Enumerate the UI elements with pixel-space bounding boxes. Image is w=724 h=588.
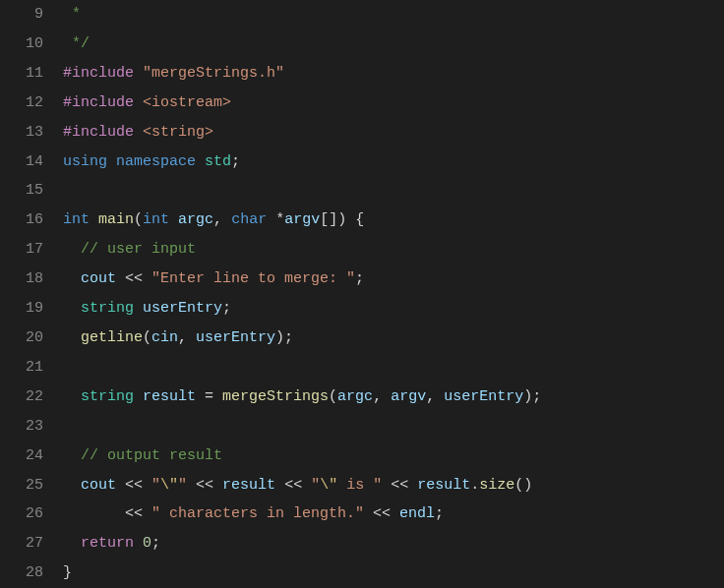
line-number: 12 bbox=[12, 88, 43, 118]
token-plain bbox=[134, 94, 143, 111]
line-number: 26 bbox=[12, 500, 43, 529]
token-comment: // output result bbox=[81, 447, 222, 464]
token-variable: argc bbox=[337, 388, 373, 405]
code-line[interactable]: using namespace std; bbox=[63, 147, 724, 177]
token-punct: ; bbox=[355, 270, 364, 287]
token-function: main bbox=[98, 211, 134, 228]
code-line[interactable]: #include <string> bbox=[63, 118, 724, 147]
token-punct: , bbox=[426, 388, 444, 405]
token-plain bbox=[63, 388, 81, 405]
code-line[interactable]: string result = mergeStrings(argc, argv,… bbox=[63, 382, 724, 412]
token-plain bbox=[63, 241, 81, 258]
line-number: 9 bbox=[12, 0, 43, 29]
token-keyword-ctrl: return bbox=[81, 535, 134, 552]
token-string: "Enter line to merge: " bbox=[151, 270, 355, 287]
token-plain bbox=[134, 65, 143, 82]
line-number: 16 bbox=[12, 206, 43, 235]
token-plain bbox=[90, 211, 98, 228]
code-line[interactable] bbox=[63, 176, 724, 206]
token-comment: * bbox=[72, 6, 81, 23]
token-function: size bbox=[479, 477, 514, 494]
code-line[interactable]: // output result bbox=[63, 441, 724, 471]
token-operator: << bbox=[187, 477, 222, 494]
token-punct: ; bbox=[231, 153, 240, 170]
code-line[interactable] bbox=[63, 353, 724, 382]
token-operator: << bbox=[275, 477, 311, 494]
token-plain bbox=[63, 35, 72, 52]
token-variable: cout bbox=[81, 477, 116, 494]
token-operator: << bbox=[116, 270, 151, 287]
token-variable: endl bbox=[399, 505, 435, 522]
token-variable: result bbox=[417, 477, 470, 494]
token-punct: ); bbox=[523, 388, 541, 405]
code-line[interactable] bbox=[63, 412, 724, 441]
code-line[interactable]: * bbox=[63, 0, 724, 29]
token-variable: argv bbox=[391, 388, 426, 405]
token-namespace: string bbox=[81, 300, 143, 317]
token-plain bbox=[63, 6, 72, 23]
token-punct: . bbox=[470, 477, 479, 494]
token-plain bbox=[134, 535, 143, 552]
line-number: 27 bbox=[12, 529, 43, 559]
token-keyword-ctrl: #include bbox=[63, 94, 134, 111]
token-punct: () bbox=[514, 477, 532, 494]
token-punct: , bbox=[213, 211, 231, 228]
token-string: <iostream> bbox=[143, 94, 231, 111]
token-plain bbox=[196, 153, 205, 170]
token-keyword-type: int bbox=[143, 211, 169, 228]
line-number: 13 bbox=[12, 118, 43, 147]
token-variable: userEntry bbox=[444, 388, 523, 405]
token-punct: []) { bbox=[320, 211, 364, 228]
token-punct: ); bbox=[275, 329, 293, 346]
token-string: <string> bbox=[143, 124, 213, 141]
token-plain bbox=[63, 270, 81, 287]
token-variable: argv bbox=[284, 211, 320, 228]
token-operator: * bbox=[267, 211, 284, 228]
code-line[interactable]: cout << "Enter line to merge: "; bbox=[63, 265, 724, 294]
token-plain bbox=[63, 447, 81, 464]
code-line[interactable]: // user input bbox=[63, 235, 724, 265]
token-comment: // user input bbox=[81, 241, 196, 258]
token-punct: , bbox=[178, 329, 196, 346]
code-line[interactable]: getline(cin, userEntry); bbox=[63, 323, 724, 353]
code-editor-content[interactable]: * */#include "mergeStrings.h"#include <i… bbox=[63, 0, 724, 588]
token-operator: << bbox=[382, 477, 417, 494]
token-plain bbox=[63, 535, 81, 552]
line-number: 14 bbox=[12, 147, 43, 177]
token-punct: ; bbox=[222, 300, 231, 317]
token-variable: cout bbox=[81, 270, 116, 287]
token-comment: */ bbox=[72, 35, 90, 52]
token-plain bbox=[169, 211, 178, 228]
line-number: 22 bbox=[12, 382, 43, 412]
token-escape: \" bbox=[160, 477, 178, 494]
code-line[interactable]: int main(int argc, char *argv[]) { bbox=[63, 206, 724, 235]
token-keyword-type: int bbox=[63, 211, 90, 228]
line-number: 11 bbox=[12, 59, 43, 88]
token-operator: << bbox=[63, 505, 151, 522]
token-string: " bbox=[151, 477, 160, 494]
code-line[interactable]: #include "mergeStrings.h" bbox=[63, 59, 724, 88]
line-number: 10 bbox=[12, 29, 43, 59]
token-variable: cin bbox=[151, 329, 178, 346]
token-variable: argc bbox=[178, 211, 213, 228]
token-punct: ; bbox=[435, 505, 444, 522]
code-line[interactable]: cout << "\"" << result << "\" is " << re… bbox=[63, 471, 724, 500]
token-plain bbox=[63, 329, 81, 346]
token-string: " bbox=[311, 477, 320, 494]
line-number: 28 bbox=[12, 559, 43, 588]
code-line[interactable]: #include <iostream> bbox=[63, 88, 724, 118]
token-plain bbox=[63, 300, 81, 317]
token-punct: } bbox=[63, 564, 72, 581]
line-number: 20 bbox=[12, 323, 43, 353]
code-line[interactable]: } bbox=[63, 559, 724, 588]
code-line[interactable]: */ bbox=[63, 29, 724, 59]
code-line[interactable]: << " characters in length." << endl; bbox=[63, 500, 724, 529]
token-punct: ( bbox=[143, 329, 151, 346]
code-line[interactable]: string userEntry; bbox=[63, 294, 724, 323]
code-line[interactable]: return 0; bbox=[63, 529, 724, 559]
token-operator: << bbox=[364, 505, 399, 522]
token-number: 0 bbox=[143, 535, 151, 552]
token-operator: = bbox=[196, 388, 222, 405]
line-number: 15 bbox=[12, 176, 43, 206]
token-keyword-ctrl: #include bbox=[63, 124, 134, 141]
